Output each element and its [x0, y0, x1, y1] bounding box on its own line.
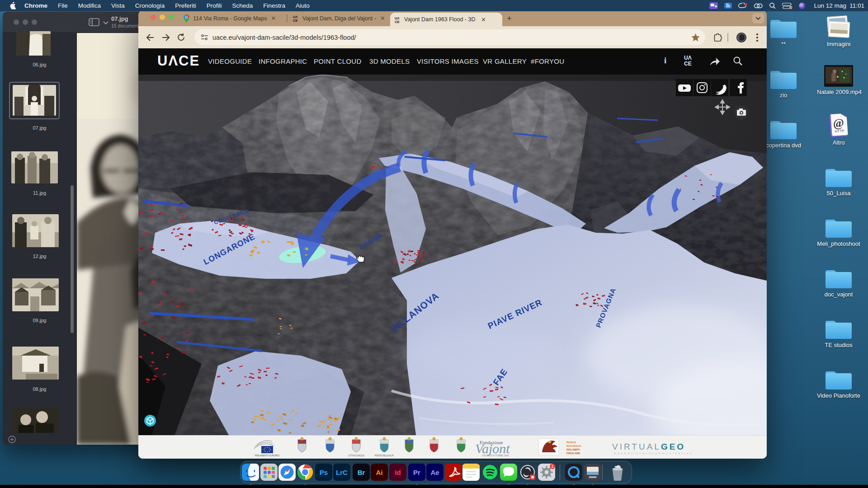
svg-text:1: 1: [552, 464, 554, 469]
svg-text:Ae: Ae: [430, 469, 439, 476]
svg-text:DOLOMITI: DOLOMITI: [566, 448, 580, 451]
svg-text:Pr: Pr: [413, 469, 420, 476]
svg-text:HTTP: HTTP: [835, 129, 844, 133]
svg-text:CE: CE: [293, 19, 297, 22]
svg-text:@: @: [833, 116, 844, 130]
svg-text:Ps: Ps: [320, 469, 328, 476]
svg-text:LrC: LrC: [336, 469, 348, 476]
svg-text:CE: CE: [684, 61, 692, 66]
svg-text:PONTE DELLE ALPI: PONTE DELLE ALPI: [375, 455, 394, 457]
svg-text:PARLAMENTO EUROPEO: PARLAMENTO EUROPEO: [255, 455, 280, 457]
svg-text:FRIULANE: FRIULANE: [566, 452, 580, 455]
svg-text:NATURALE: NATURALE: [566, 445, 581, 447]
svg-text:CE: CE: [395, 19, 399, 23]
svg-text:G e o m a t i c s a n d c: G e o m a t i c s a n d c o m m u n i c …: [614, 452, 692, 455]
svg-text:CITTA DI SACILE: CITTA DI SACILE: [348, 455, 364, 457]
svg-text:UΛ: UΛ: [684, 55, 692, 61]
svg-text:VIRTUALGEO: VIRTUALGEO: [612, 442, 685, 451]
svg-text:Ai: Ai: [376, 469, 383, 476]
svg-text:PARCO: PARCO: [566, 441, 576, 444]
svg-text:Br: Br: [358, 469, 365, 476]
svg-text:Id: Id: [395, 469, 401, 476]
svg-text:ONLUS 9 OTTOBRE 1963: ONLUS 9 OTTOBRE 1963: [482, 454, 509, 457]
